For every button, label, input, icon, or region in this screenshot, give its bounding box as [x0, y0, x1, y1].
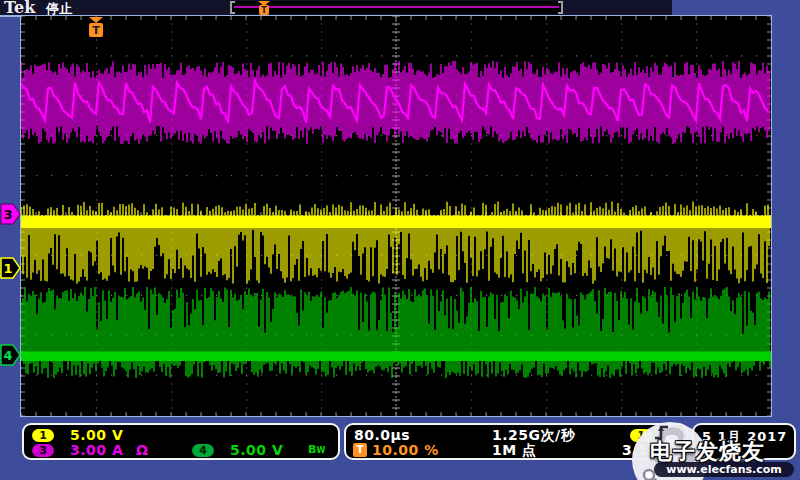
record-trigger-position-icon[interactable]: T — [257, 1, 271, 15]
ch4-bandwidth-icon: BW — [308, 443, 325, 456]
ch1-level-marker[interactable]: 1 — [0, 257, 22, 279]
trigger-position-marker[interactable]: T — [87, 17, 105, 40]
ch1-badge[interactable]: 1 — [32, 429, 54, 442]
record-view[interactable]: T — [230, 1, 563, 14]
ch4-level-marker[interactable]: 4 — [0, 344, 22, 366]
top-status-bar: Tek 停止 T — [0, 0, 672, 15]
timebase-readout: 80.0μs — [354, 427, 410, 443]
record-length-readout: 1M 点 — [492, 442, 537, 460]
ch3-badge[interactable]: 3 — [32, 444, 54, 457]
trigger-position-readout: 10.00 % — [372, 442, 439, 458]
graticule-area — [21, 16, 771, 416]
ch3-impedance: Ω — [136, 442, 148, 458]
waveform-canvas — [21, 16, 771, 416]
watermark-site-url: www.elecfans.com — [654, 462, 794, 477]
ch4-badge[interactable]: 4 — [192, 444, 214, 457]
svg-text:T: T — [92, 24, 100, 37]
ch3-level-marker[interactable]: 3 — [0, 203, 22, 225]
oscilloscope-screen: Tek 停止 T T 3 1 4 — [0, 0, 800, 480]
channel-readout-panel[interactable]: 1 5.00 V 3 3.00 A Ω 4 5.00 V BW — [22, 423, 340, 460]
svg-text:1: 1 — [3, 261, 12, 276]
svg-text:T: T — [261, 6, 267, 15]
ch1-scale: 5.00 V — [70, 427, 123, 443]
ch3-scale: 3.00 A — [70, 442, 123, 458]
ch4-scale: 5.00 V — [230, 442, 283, 458]
svg-text:4: 4 — [3, 348, 12, 363]
trigger-t-badge: T — [353, 443, 367, 457]
record-trace-line — [234, 6, 559, 8]
svg-text:3: 3 — [3, 207, 12, 222]
